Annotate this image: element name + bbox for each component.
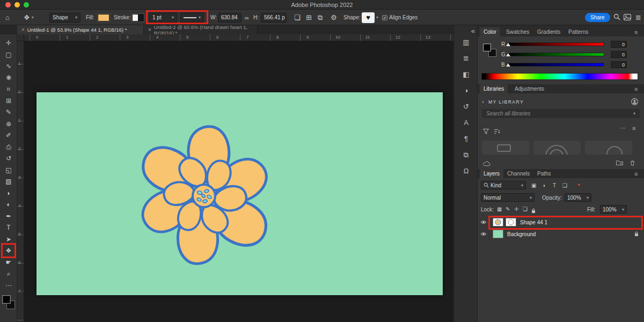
stroke-style-dropdown[interactable]: ▾: [180, 13, 204, 23]
adjustments-panel-icon[interactable]: ◧: [454, 70, 478, 78]
collapse-panels-icon[interactable]: «: [454, 27, 478, 35]
spot-healing-tool[interactable]: ⊕: [0, 119, 17, 130]
layer-filter-kind-dropdown[interactable]: Kind ▾: [481, 181, 526, 189]
tab-adjustments[interactable]: Adjustments: [511, 84, 548, 93]
close-icon[interactable]: ×: [148, 27, 151, 33]
character-panel-icon[interactable]: A: [454, 119, 478, 127]
minimize-window-button[interactable]: [14, 2, 20, 8]
path-arrangement-icon[interactable]: ⧉: [318, 13, 323, 22]
type-tool[interactable]: T: [0, 222, 17, 233]
paragraph-panel-icon[interactable]: ¶: [454, 135, 478, 143]
history-brush-tool[interactable]: ↺: [0, 153, 17, 164]
foreground-color-swatch[interactable]: [483, 43, 491, 52]
tool-mode-dropdown[interactable]: Shape ▾: [49, 13, 80, 23]
custom-shape-tool[interactable]: ❖: [0, 245, 17, 257]
filter-adjustment-layers-icon[interactable]: ◑: [542, 182, 545, 188]
library-search-input[interactable]: Search all libraries ▾: [482, 109, 640, 118]
ruler-origin-corner[interactable]: [17, 34, 24, 41]
tab-swatches[interactable]: Swatches: [502, 27, 533, 36]
close-window-button[interactable]: [5, 2, 11, 8]
group-view-icon[interactable]: ⋯: [620, 125, 626, 131]
filter-shape-layers-icon[interactable]: ❏: [562, 182, 567, 188]
current-tool-preset[interactable]: ❖ ▾: [24, 10, 34, 25]
width-input[interactable]: 630.84: [218, 13, 241, 23]
red-channel-value[interactable]: 0: [611, 41, 627, 48]
opacity-dropdown[interactable]: 100% ▾: [565, 193, 591, 202]
cloud-sync-icon[interactable]: [483, 159, 491, 169]
tab-gradients[interactable]: Gradients: [533, 27, 564, 36]
lock-all-icon[interactable]: [531, 206, 536, 216]
tab-color[interactable]: Color: [480, 27, 500, 36]
layer-row-shape-44-1[interactable]: Shape 44 1: [478, 216, 644, 228]
custom-shape-preview[interactable]: ♥: [362, 12, 375, 23]
tab-patterns[interactable]: Patterns: [565, 27, 592, 36]
close-icon[interactable]: ×: [21, 27, 25, 33]
search-icon[interactable]: [613, 13, 620, 21]
zoom-tool[interactable]: ⌕: [0, 268, 17, 280]
blur-tool[interactable]: ◗: [0, 188, 17, 199]
color-spectrum-ramp[interactable]: [481, 73, 638, 80]
path-operations-icon[interactable]: ❏: [294, 13, 301, 21]
path-alignment-icon[interactable]: ⊞: [306, 13, 312, 21]
properties-panel-icon[interactable]: ≣: [454, 54, 478, 62]
lasso-tool[interactable]: ∿: [0, 61, 17, 72]
gradient-tool[interactable]: ▧: [0, 176, 17, 187]
visibility-eye-icon[interactable]: [478, 228, 489, 240]
artboard-canvas[interactable]: [36, 92, 443, 295]
stroke-color-swatch[interactable]: [132, 14, 144, 21]
pen-tool[interactable]: ✒: [0, 211, 17, 222]
eraser-tool[interactable]: ◱: [0, 165, 17, 176]
filter-toggle-icon[interactable]: ●: [577, 182, 580, 187]
library-asset-thumbnail[interactable]: [533, 141, 581, 155]
edit-toolbar-button[interactable]: ⋯: [0, 280, 17, 291]
visibility-eye-icon[interactable]: [478, 216, 489, 228]
height-input[interactable]: 566.41 p: [261, 13, 287, 23]
library-name[interactable]: MY LIBRARY: [488, 99, 524, 105]
green-channel-value[interactable]: 0: [611, 51, 627, 58]
account-avatar-icon[interactable]: [631, 98, 638, 107]
blue-channel-slider[interactable]: [508, 63, 604, 67]
blue-slider-knob[interactable]: [506, 63, 510, 67]
workspace-switcher-icon[interactable]: ≣: [635, 13, 641, 21]
back-chevron-icon[interactable]: ‹: [482, 98, 484, 105]
blend-mode-dropdown[interactable]: Normal ▾: [481, 193, 535, 202]
brush-tool[interactable]: ✐: [0, 130, 17, 141]
vector-mask-thumbnail[interactable]: [506, 218, 516, 226]
library-asset-thumbnail[interactable]: [482, 141, 529, 155]
panel-menu-icon[interactable]: ≡: [634, 86, 638, 92]
layer-thumbnail[interactable]: [493, 230, 503, 238]
lock-image-pixels-icon[interactable]: ✎: [506, 206, 510, 212]
document-tab-untitled-2[interactable]: × Untitled-2 @ 60.6% (Hand drawn heart 1…: [144, 25, 258, 34]
filter-type-layers-icon[interactable]: T: [553, 182, 556, 188]
blue-channel-value[interactable]: 0: [611, 61, 627, 68]
filter-funnel-icon[interactable]: [483, 127, 489, 136]
green-channel-slider[interactable]: [508, 53, 604, 56]
path-selection-tool[interactable]: ➤: [0, 234, 17, 245]
hand-tool[interactable]: ☛: [0, 257, 17, 268]
red-channel-slider[interactable]: [508, 42, 604, 46]
crop-tool[interactable]: ⌗: [0, 84, 17, 95]
list-view-icon[interactable]: ≡: [632, 125, 635, 131]
red-slider-knob[interactable]: [506, 43, 510, 46]
info-panel-icon[interactable]: ◑: [454, 86, 478, 94]
tab-layers[interactable]: Layers: [480, 169, 503, 178]
lock-artboard-icon[interactable]: ❏: [523, 206, 528, 212]
sort-icon[interactable]: [494, 127, 500, 136]
move-tool[interactable]: ✛: [0, 38, 17, 49]
fill-dropdown[interactable]: 100% ▾: [600, 205, 627, 214]
history-panel-icon[interactable]: ↺: [454, 103, 478, 111]
marquee-tool[interactable]: ▢: [0, 49, 17, 61]
quick-selection-tool[interactable]: ❋: [0, 72, 17, 84]
link-dimensions-icon[interactable]: ∞: [245, 14, 249, 21]
frame-tool[interactable]: ⊞: [0, 96, 17, 107]
home-icon[interactable]: ⌂: [5, 13, 10, 21]
panel-menu-icon[interactable]: ≡: [634, 171, 638, 177]
clone-stamp-tool[interactable]: ⎙: [0, 142, 17, 153]
dodge-tool[interactable]: ◐: [0, 199, 17, 210]
maximize-window-button[interactable]: [24, 2, 29, 8]
eyedropper-tool[interactable]: ✎: [0, 107, 17, 118]
layer-row-background[interactable]: Background: [478, 228, 644, 240]
new-folder-icon[interactable]: [616, 158, 623, 168]
align-edges-checkbox[interactable]: ✓: [382, 15, 387, 20]
clone-source-panel-icon[interactable]: ⧉: [454, 151, 478, 159]
